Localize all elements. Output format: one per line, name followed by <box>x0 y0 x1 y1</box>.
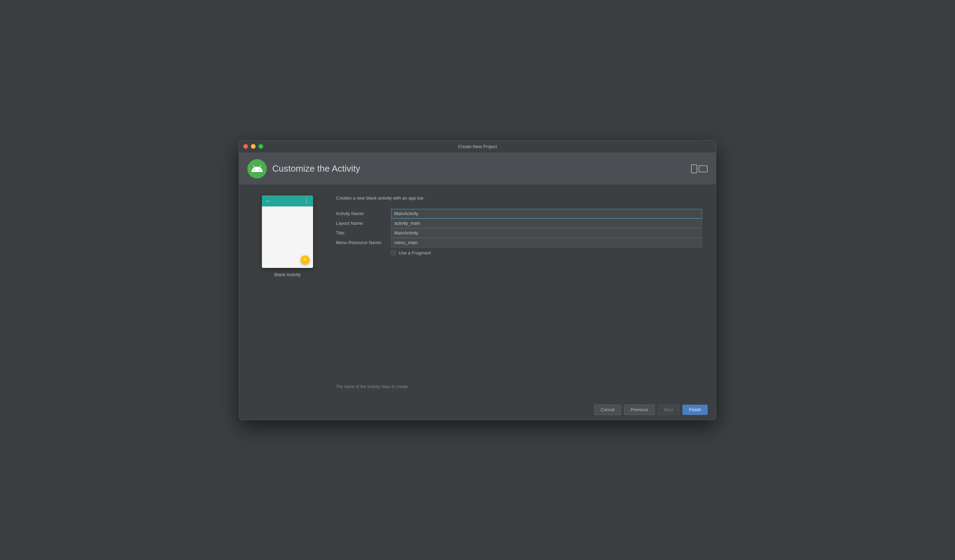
phone-icon <box>691 164 697 173</box>
layout-name-label: Layout Name: <box>336 218 391 228</box>
form-panel: Creates a new blank activity with an app… <box>336 195 702 393</box>
preview-label: Blank Activity <box>274 272 301 277</box>
preview-panel: ← ⋮ + Blank Activity <box>253 195 322 393</box>
title-input[interactable] <box>391 228 702 238</box>
hint-text: The name of the activity class to create <box>336 384 702 393</box>
phone-screen-content: + <box>262 206 313 268</box>
previous-button[interactable]: Previous <box>624 405 655 415</box>
maximize-button[interactable] <box>258 144 263 149</box>
activity-name-label: Activity Name: <box>336 209 391 218</box>
window-title: Create New Project <box>458 144 497 149</box>
android-logo <box>247 159 267 178</box>
phone-app-bar: ← ⋮ <box>262 195 313 206</box>
title-bar: Create New Project <box>239 140 716 153</box>
phone-back-arrow-icon: ← <box>265 198 271 204</box>
main-content: ← ⋮ + Blank Activity Creates a new blank… <box>239 185 716 399</box>
form-grid: Activity Name: Layout Name: Title: Menu … <box>336 209 702 256</box>
activity-name-input[interactable] <box>391 209 702 218</box>
android-icon <box>251 162 263 175</box>
device-icon <box>691 164 708 173</box>
header-left: Customize the Activity <box>247 159 360 178</box>
finish-button[interactable]: Finish <box>683 405 708 415</box>
phone-preview: ← ⋮ + <box>262 195 313 268</box>
use-fragment-row: Use a Fragment <box>391 248 702 256</box>
menu-resource-input[interactable] <box>391 238 702 248</box>
phone-fab-button: + <box>301 256 310 264</box>
tablet-icon <box>699 165 708 172</box>
title-label: Title: <box>336 228 391 237</box>
use-fragment-label: Use a Fragment <box>399 250 431 256</box>
close-button[interactable] <box>243 144 248 149</box>
traffic-lights <box>243 144 263 149</box>
layout-name-input[interactable] <box>391 218 702 228</box>
use-fragment-checkbox[interactable] <box>391 250 396 255</box>
page-title: Customize the Activity <box>272 163 360 174</box>
dialog-header: Customize the Activity <box>239 153 716 185</box>
minimize-button[interactable] <box>251 144 256 149</box>
phone-menu-icon: ⋮ <box>304 198 310 204</box>
menu-resource-label: Menu Resource Name: <box>336 238 391 247</box>
description-text: Creates a new blank activity with an app… <box>336 195 702 201</box>
main-window: Create New Project Customize the Activit… <box>239 140 716 420</box>
cancel-button[interactable]: Cancel <box>594 405 621 415</box>
next-button[interactable]: Next <box>658 405 680 415</box>
dialog-footer: Cancel Previous Next Finish <box>239 399 716 420</box>
